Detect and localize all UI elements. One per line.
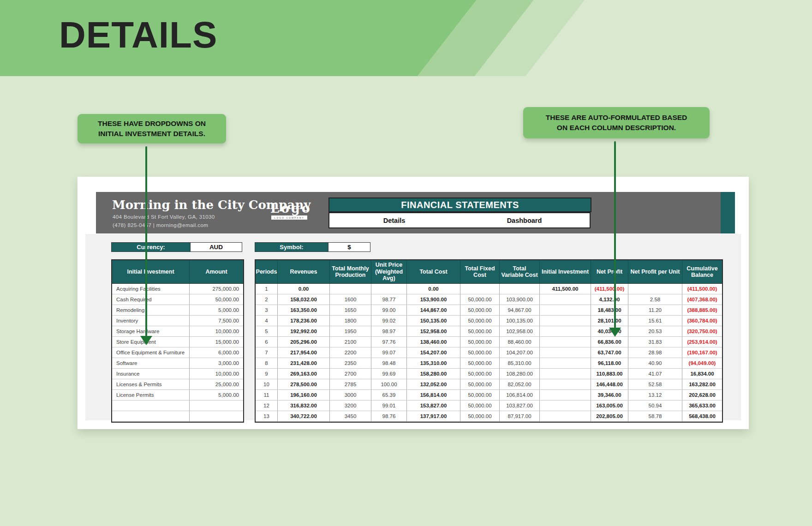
table-cell[interactable]: 7 <box>256 347 278 358</box>
table-cell[interactable]: 98.76 <box>371 411 407 422</box>
table-cell[interactable]: Remodeling <box>112 305 190 316</box>
table-cell[interactable]: 50,000.00 <box>460 316 500 326</box>
table-cell[interactable]: 137,917.00 <box>407 411 460 422</box>
table-cell[interactable]: 8 <box>256 358 278 369</box>
table-cell[interactable]: 108,280.00 <box>500 369 540 379</box>
table-cell[interactable]: 88,460.00 <box>500 337 540 347</box>
table-cell[interactable]: License Permits <box>112 390 190 400</box>
table-cell[interactable]: 11.20 <box>628 305 682 316</box>
table-cell[interactable]: 50,000.00 <box>460 347 500 358</box>
table-cell[interactable]: 10,000.00 <box>190 326 243 337</box>
table-cell[interactable]: 231,428.00 <box>278 358 330 369</box>
table-cell[interactable] <box>540 305 591 316</box>
table-cell[interactable] <box>500 284 540 294</box>
table-cell[interactable] <box>190 411 243 422</box>
table-cell[interactable]: 65.39 <box>371 390 407 400</box>
table-cell[interactable] <box>540 347 591 358</box>
table-cell[interactable] <box>190 400 243 411</box>
table-cell[interactable]: Software <box>112 358 190 369</box>
table-cell[interactable]: 411,500.00 <box>540 284 591 294</box>
table-cell[interactable]: 152,958.00 <box>407 326 460 337</box>
table-cell[interactable]: 278,500.00 <box>278 379 330 390</box>
table-cell[interactable]: 2.58 <box>628 294 682 305</box>
table-cell[interactable]: 158,032.00 <box>278 294 330 305</box>
table-cell[interactable] <box>540 358 591 369</box>
table-cell[interactable]: 50,000.00 <box>460 379 500 390</box>
table-cell[interactable]: 58.78 <box>628 411 682 422</box>
table-cell[interactable] <box>540 294 591 305</box>
table-cell[interactable]: 196,160.00 <box>278 390 330 400</box>
table-cell[interactable]: 50,000.00 <box>460 369 500 379</box>
table-cell[interactable]: 163,005.00 <box>591 400 628 411</box>
table-cell[interactable]: 12 <box>256 400 278 411</box>
table-cell[interactable]: 217,954.00 <box>278 347 330 358</box>
table-cell[interactable]: 103,827.00 <box>500 400 540 411</box>
symbol-dropdown[interactable]: $ <box>328 242 370 252</box>
table-cell[interactable]: 50,000.00 <box>460 294 500 305</box>
table-cell[interactable]: 9 <box>256 369 278 379</box>
table-cell[interactable] <box>540 390 591 400</box>
table-cell[interactable]: 50,000.00 <box>460 390 500 400</box>
table-cell[interactable]: (253,914.00) <box>682 337 722 347</box>
table-cell[interactable]: 158,280.00 <box>407 369 460 379</box>
table-cell[interactable] <box>112 411 190 422</box>
table-cell[interactable]: 5,000.00 <box>190 305 243 316</box>
table-cell[interactable]: 18,483.00 <box>591 305 628 316</box>
currency-dropdown[interactable]: AUD <box>191 242 242 252</box>
table-cell[interactable]: 50,000.00 <box>460 326 500 337</box>
table-cell[interactable]: 40.90 <box>628 358 682 369</box>
table-cell[interactable]: 41.07 <box>628 369 682 379</box>
table-cell[interactable]: 85,310.00 <box>500 358 540 369</box>
table-cell[interactable]: 275,000.00 <box>190 284 243 294</box>
table-cell[interactable]: 106,814.00 <box>500 390 540 400</box>
table-cell[interactable]: 103,900.00 <box>500 294 540 305</box>
table-cell[interactable]: 20.53 <box>628 326 682 337</box>
table-cell[interactable]: (388,885.00) <box>682 305 722 316</box>
table-cell[interactable] <box>540 337 591 347</box>
table-cell[interactable]: 1600 <box>330 294 371 305</box>
table-cell[interactable]: 98.48 <box>371 358 407 369</box>
table-cell[interactable]: 39,346.00 <box>591 390 628 400</box>
table-cell[interactable]: 205,296.00 <box>278 337 330 347</box>
table-cell[interactable]: 99.01 <box>371 400 407 411</box>
table-cell[interactable]: 3000 <box>330 390 371 400</box>
table-cell[interactable]: 163,282.00 <box>682 379 722 390</box>
table-cell[interactable]: 5,000.00 <box>190 390 243 400</box>
table-cell[interactable]: 99.69 <box>371 369 407 379</box>
table-cell[interactable]: 1950 <box>330 326 371 337</box>
table-cell[interactable]: 340,722.00 <box>278 411 330 422</box>
table-cell[interactable]: (320,750.00) <box>682 326 722 337</box>
table-cell[interactable]: 6 <box>256 337 278 347</box>
table-cell[interactable]: 99.02 <box>371 316 407 326</box>
table-cell[interactable]: 568,438.00 <box>682 411 722 422</box>
table-cell[interactable] <box>540 316 591 326</box>
table-cell[interactable]: 50,000.00 <box>460 411 500 422</box>
table-cell[interactable]: (94,049.00) <box>682 358 722 369</box>
table-cell[interactable]: Cash Required <box>112 294 190 305</box>
table-cell[interactable]: 4 <box>256 316 278 326</box>
table-cell[interactable]: 99.00 <box>371 305 407 316</box>
table-cell[interactable] <box>540 369 591 379</box>
table-cell[interactable]: 98.97 <box>371 326 407 337</box>
table-cell[interactable]: 10,000.00 <box>190 369 243 379</box>
table-cell[interactable]: 153,900.00 <box>407 294 460 305</box>
table-cell[interactable]: Storage Hardware <box>112 326 190 337</box>
table-cell[interactable]: (411,500.00) <box>682 284 722 294</box>
table-cell[interactable] <box>540 379 591 390</box>
table-cell[interactable]: Licenses & Permits <box>112 379 190 390</box>
table-cell[interactable]: Inventory <box>112 316 190 326</box>
table-cell[interactable]: 98.77 <box>371 294 407 305</box>
table-cell[interactable]: 10 <box>256 379 278 390</box>
table-cell[interactable]: Office Equipment & Furniture <box>112 347 190 358</box>
table-cell[interactable]: 16,834.00 <box>682 369 722 379</box>
table-cell[interactable]: 50,000.00 <box>190 294 243 305</box>
table-cell[interactable]: 102,958.00 <box>500 326 540 337</box>
table-cell[interactable]: 365,633.00 <box>682 400 722 411</box>
table-cell[interactable]: 104,207.00 <box>500 347 540 358</box>
table-cell[interactable]: 269,163.00 <box>278 369 330 379</box>
table-cell[interactable]: 6,000.00 <box>190 347 243 358</box>
table-cell[interactable] <box>112 400 190 411</box>
table-cell[interactable]: 25,000.00 <box>190 379 243 390</box>
table-cell[interactable]: 192,992.00 <box>278 326 330 337</box>
table-cell[interactable]: 28.98 <box>628 347 682 358</box>
